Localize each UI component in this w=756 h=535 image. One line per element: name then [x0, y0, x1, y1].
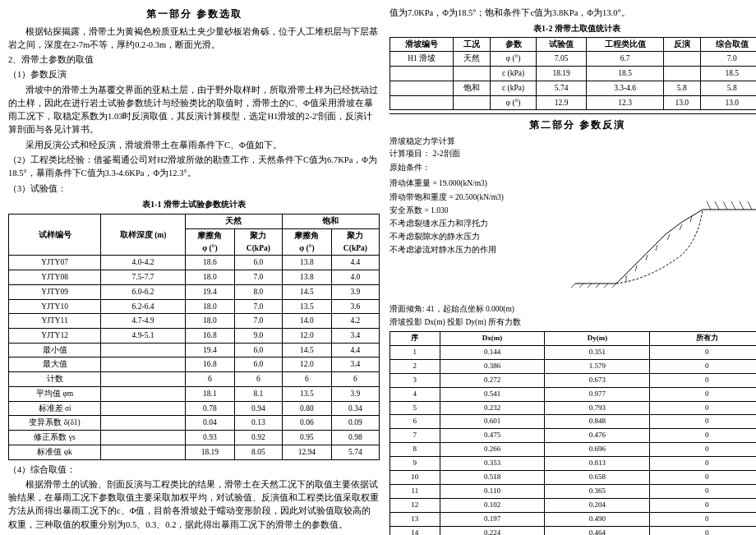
data-cell: 0.204: [545, 499, 650, 513]
svg-line-24: [604, 284, 608, 288]
table-cell: [101, 431, 186, 445]
table-cell: 平均值 φm: [9, 386, 101, 401]
table-cell: 6: [331, 372, 379, 387]
data-cell: 0.848: [545, 415, 650, 429]
data-cell: 0.476: [545, 429, 650, 443]
slope-svg: [567, 177, 756, 292]
table-cell: 最小值: [9, 343, 101, 357]
table-cell: YJTY11: [9, 314, 101, 329]
software-title: 滑坡稳定力学计算: [390, 136, 455, 145]
table-cell: 4.0: [331, 270, 379, 285]
svg-line-7: [707, 201, 711, 210]
table-cell: 6.0: [234, 343, 282, 357]
svg-line-2: [633, 251, 649, 267]
table-cell: 9.0: [234, 329, 282, 344]
svg-line-17: [667, 234, 670, 240]
data-cell: 0.793: [545, 401, 650, 415]
data-cell: 12: [390, 499, 440, 513]
result-header: 滑面倾角: 41，起始点坐标 0.000(m): [390, 303, 756, 316]
table1-caption: 表1-1 滑带土试验参数统计表: [8, 198, 380, 211]
data-cell: 0.197: [440, 513, 545, 527]
data-cell: 0.541: [440, 387, 545, 401]
th-phi-sat: 摩擦角φ (°): [282, 229, 331, 256]
table-cell: 4.4: [331, 256, 379, 270]
th2-param: 参数: [490, 37, 536, 52]
th2-comp2: 综合取值: [700, 37, 756, 52]
table2-cell: [454, 95, 490, 110]
svg-line-10: [731, 201, 735, 210]
th-c-sat: 聚力C(kPa): [331, 229, 379, 256]
table-cell: YJTY07: [9, 256, 101, 270]
table-cell: 0.34: [331, 401, 379, 416]
data-cell: 3: [390, 373, 440, 387]
table-cell: 19.4: [185, 284, 234, 299]
table-cell: 8.05: [234, 445, 282, 459]
svg-line-22: [588, 284, 592, 288]
table2-cell: 5.8: [700, 81, 756, 95]
divider: [390, 113, 756, 114]
table-cell: 7.5-7.7: [101, 270, 186, 285]
table-cell: 6.0-6.2: [101, 284, 186, 299]
table2-cell: 12.9: [537, 95, 587, 110]
th2-back: 反演: [664, 37, 700, 52]
table-cell: 3.9: [331, 386, 379, 401]
table-cell: 0.13: [234, 416, 282, 431]
table-cell: 18.1: [185, 386, 234, 401]
table-cell: 12.0: [282, 329, 331, 344]
page-container: 第一部分 参数选取 根据钻探揭露，滑带土为黄褐色粉质亚粘土夹少量砂板岩角砾，位于…: [0, 0, 756, 535]
table-cell: 7.0: [234, 299, 282, 314]
data-cell: 0: [650, 373, 756, 387]
data-cell: 0: [650, 387, 756, 401]
table-cell: [101, 401, 186, 416]
data-cell: 1.579: [545, 359, 650, 373]
data-cell: 0.490: [545, 513, 650, 527]
table2-cell: 13.0: [700, 95, 756, 110]
th-c-nat: 聚力C(kPa): [234, 229, 282, 256]
data-cell: 0.977: [545, 387, 650, 401]
table-cell: 3.6: [331, 299, 379, 314]
table-cell: [101, 357, 186, 372]
table-cell: 3.4: [331, 329, 379, 344]
table-cell: 14.5: [282, 343, 331, 357]
data-cell: 0: [650, 471, 756, 485]
data-cell: 0.110: [440, 485, 545, 499]
table2-cell: [664, 52, 700, 67]
para4: 根据滑带土的试验、剖面反演与工程类比的结果，滑带土在天然工况下的取值主要依据试验…: [8, 478, 380, 532]
data-cell: 0.673: [545, 373, 650, 387]
data-cell: 0: [650, 443, 756, 457]
table-cell: 14.5: [282, 284, 331, 299]
table2-cell: [390, 81, 454, 95]
start-label: 原始条件：: [390, 161, 756, 174]
data-cell: 0.464: [545, 526, 650, 535]
data-cell: 0.365: [545, 485, 650, 499]
table2-cell: 13.0: [664, 95, 700, 110]
dth-dy: Dy(m): [545, 331, 650, 345]
svg-line-5: [682, 210, 703, 222]
table-cell: 18.0: [185, 299, 234, 314]
table2-cell: φ (°): [490, 95, 536, 110]
svg-line-21: [579, 284, 583, 288]
table-cell: YJTY08: [9, 270, 101, 285]
data-cell: 0.351: [545, 345, 650, 359]
data-cell: 1: [390, 345, 440, 359]
table-cell: 8.1: [234, 386, 282, 401]
data-cell: 2: [390, 359, 440, 373]
analysis-info: 滑面倾角: 41，起始点坐标 0.000(m) 滑坡投影 Dx(m) 投影 Dy…: [390, 303, 756, 328]
table2-cell: [390, 67, 454, 81]
table-cell: 3.4: [331, 357, 379, 372]
table-cell: 0.94: [234, 401, 282, 416]
data-cell: 0.658: [545, 471, 650, 485]
data-cell: 0.518: [440, 471, 545, 485]
table-cell: 0.80: [282, 401, 331, 416]
table-cell: 4.4: [331, 343, 379, 357]
th-natural: 天然: [185, 214, 282, 229]
table-cell: YJTY09: [9, 284, 101, 299]
data-cell: 0: [650, 429, 756, 443]
th-sample: 试样编号: [9, 214, 101, 256]
table-cell: 13.5: [282, 299, 331, 314]
table2-cell: 12.3: [587, 95, 664, 110]
sub1-3: （3）试验值：: [8, 182, 380, 196]
table2-cell: [390, 95, 454, 110]
table-cell: 12.0: [282, 357, 331, 372]
data-cell: 0.353: [440, 457, 545, 471]
